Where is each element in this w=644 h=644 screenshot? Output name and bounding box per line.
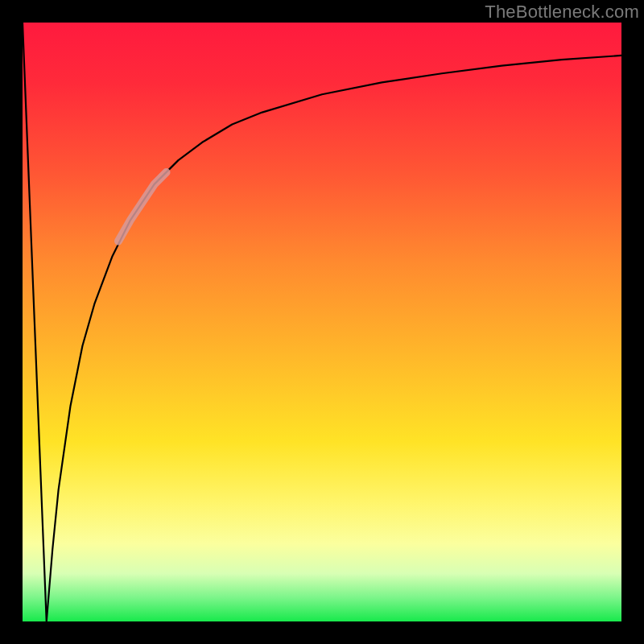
watermark-text: TheBottleneck.com: [485, 2, 639, 23]
curve-layer: [23, 23, 621, 621]
highlight-segment: [118, 172, 167, 242]
chart-frame: TheBottleneck.com: [0, 0, 644, 644]
bottleneck-curve: [23, 23, 621, 621]
plot-area: [23, 23, 621, 621]
